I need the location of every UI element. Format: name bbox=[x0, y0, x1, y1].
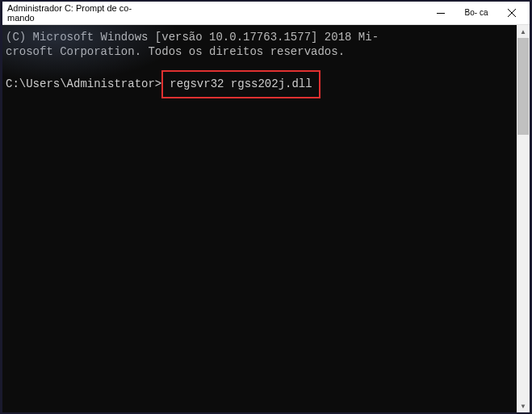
command-prompt-window: Administrador C: Prompt de co- mando Bo-… bbox=[2, 2, 530, 412]
window-title: Administrador C: Prompt de co- mando bbox=[7, 3, 136, 23]
close-button[interactable] bbox=[494, 2, 530, 24]
window-controls: Bo- ca bbox=[423, 2, 530, 24]
copyright-text: (C) Microsoft Windows [versão 10.0.17763… bbox=[6, 30, 385, 59]
prompt-line: C:\Users\Administrator>regsvr32 rgss202j… bbox=[6, 70, 513, 98]
maximize-label: Bo- ca bbox=[465, 9, 488, 17]
minimize-button[interactable] bbox=[423, 2, 459, 24]
vertical-scrollbar[interactable]: ▲ ▼ bbox=[517, 25, 530, 412]
scroll-track[interactable] bbox=[517, 38, 530, 399]
terminal-area: (C) Microsoft Windows [versão 10.0.17763… bbox=[2, 25, 530, 412]
scroll-thumb[interactable] bbox=[517, 38, 529, 135]
maximize-button[interactable]: Bo- ca bbox=[459, 2, 494, 24]
scroll-up-arrow[interactable]: ▲ bbox=[517, 25, 530, 38]
prompt-path: C:\Users\Administrator> bbox=[6, 77, 161, 91]
command-highlight: regsvr32 rgss202j.dll bbox=[161, 70, 320, 98]
titlebar[interactable]: Administrador C: Prompt de co- mando Bo-… bbox=[2, 2, 530, 25]
command-text: regsvr32 rgss202j.dll bbox=[170, 77, 312, 90]
minimize-icon bbox=[437, 13, 445, 14]
scroll-down-arrow[interactable]: ▼ bbox=[517, 399, 530, 412]
terminal-content[interactable]: (C) Microsoft Windows [versão 10.0.17763… bbox=[2, 25, 517, 412]
close-icon bbox=[508, 9, 516, 17]
